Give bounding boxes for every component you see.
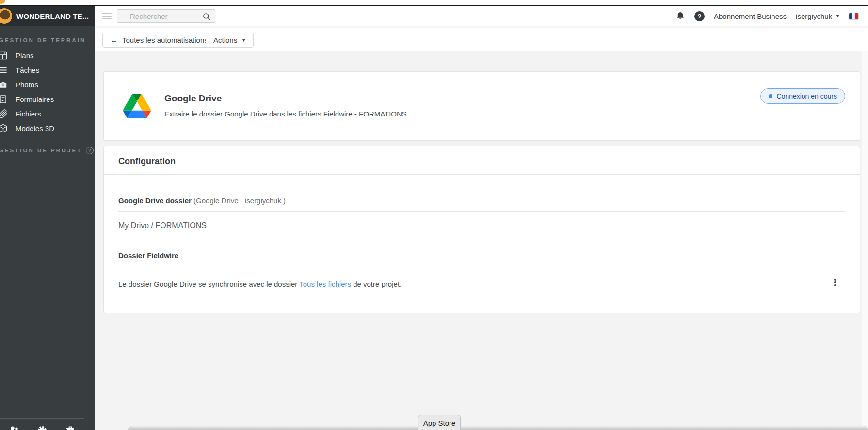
sync-text-before: Le dossier Google Drive se synchronise a… [118,280,297,288]
gear-icon[interactable] [36,425,48,430]
sidebar: WONDERLAND TE... GESTION DE TERRAIN Plan… [0,6,95,430]
window-top-border [0,5,868,6]
sidebar-item-fichiers[interactable]: Fichiers [0,106,95,121]
sidebar-footer [0,425,84,430]
actions-dropdown-button[interactable]: Actions ▼ [206,33,254,48]
search-icon [202,12,211,21]
caret-down-icon: ▼ [836,14,840,18]
user-menu[interactable]: isergiychuk ▼ [796,12,840,20]
topbar-right-cluster: ? Abonnement Business isergiychuk ▼ [675,6,858,26]
drive-folder-label: Google Drive dossier [118,197,192,205]
status-dot-icon [769,94,772,98]
toolbar: ← Toutes les automatisations Actions ▼ [95,26,868,51]
path-separator: / [151,221,153,230]
language-flag-icon[interactable] [849,13,858,19]
drive-folder-path: My Drive / FORMATIONS [118,221,207,230]
section-label: GESTION DE PROJET [0,148,82,153]
sidebar-item-label: Tâches [16,66,39,74]
fieldwire-folder-label: Dossier Fieldwire [118,251,178,260]
google-drive-logo-icon [123,94,151,118]
cube-3d-icon [0,124,8,133]
integration-card: Google Drive Extraire le dossier Google … [103,71,860,141]
kebab-menu-icon[interactable] [830,276,840,289]
bell-icon[interactable] [675,11,685,21]
sync-description: Le dossier Google Drive se synchronise a… [118,280,402,288]
project-title: WONDERLAND TE... [16,12,89,20]
username: isergiychuk [796,12,832,20]
section-gestion-de-projet: GESTION DE PROJET ? [0,147,95,154]
path-folder[interactable]: FORMATIONS [155,221,206,230]
caret-down-icon: ▼ [241,38,246,43]
configuration-card: Configuration Google Drive dossier (Goog… [103,146,860,313]
project-switcher[interactable]: WONDERLAND TE... [0,6,95,26]
sidebar-item-plans[interactable]: Plans [0,48,95,63]
status-badge[interactable]: Connexion en cours [760,88,845,104]
divider [104,174,860,175]
integration-description: Extraire le dossier Google Drive dans le… [164,110,407,118]
actions-button-label: Actions [213,36,237,44]
dock-tooltip: App Store [418,415,461,430]
form-document-icon [0,95,8,104]
task-list-icon [0,66,8,75]
sidebar-item-photos[interactable]: Photos [0,77,95,92]
macos-dock-edge[interactable] [128,426,868,430]
back-arrow-icon: ← [110,36,118,45]
main-content: Google Drive Extraire le dossier Google … [95,51,868,430]
sidebar-item-modeles-3d[interactable]: Modèles 3D [0,121,95,135]
hamburger-menu-icon[interactable] [102,13,112,19]
configuration-title: Configuration [118,156,176,166]
sidebar-item-taches[interactable]: Tâches [0,63,95,77]
fieldwire-logo-partial [0,0,5,4]
all-files-link[interactable]: Tous les fichiers [299,280,351,288]
drive-folder-row-label: Google Drive dossier (Google Drive - ise… [118,197,286,205]
path-root[interactable]: My Drive [118,221,149,230]
back-button-label: Toutes les automatisations [122,36,208,44]
subscription-link[interactable]: Abonnement Business [714,12,787,20]
back-to-automations-button[interactable]: ← Toutes les automatisations [102,33,216,48]
section-label: GESTION DE TERRAIN [0,37,86,43]
sidebar-item-formulaires[interactable]: Formulaires [0,92,95,106]
integration-title: Google Drive [164,93,222,104]
sidebar-item-label: Fichiers [16,110,41,118]
section-gestion-de-terrain: GESTION DE TERRAIN [0,37,95,43]
topbar: ? Abonnement Business isergiychuk ▼ [95,6,868,26]
section-help-icon[interactable]: ? [86,147,94,154]
sidebar-item-label: Photos [16,81,38,89]
drive-folder-account: (Google Drive - isergiychuk ) [193,197,286,205]
sidebar-item-label: Formulaires [16,95,54,103]
divider [118,268,845,268]
scrollbar-gutter[interactable] [862,51,868,430]
sidebar-item-label: Modèles 3D [16,124,54,132]
sync-text-after: de votre projet. [353,280,402,288]
camera-icon [0,80,8,89]
search-box[interactable] [117,9,215,23]
people-icon[interactable] [8,425,20,430]
status-label: Connexion en cours [776,92,837,100]
help-icon[interactable]: ? [694,11,705,21]
trash-icon[interactable] [64,425,76,430]
project-avatar [0,8,13,24]
sidebar-footer-divider [0,418,84,419]
divider [118,211,845,212]
sidebar-item-label: Plans [16,51,34,60]
plans-icon [0,51,8,60]
paperclip-icon [0,109,8,118]
